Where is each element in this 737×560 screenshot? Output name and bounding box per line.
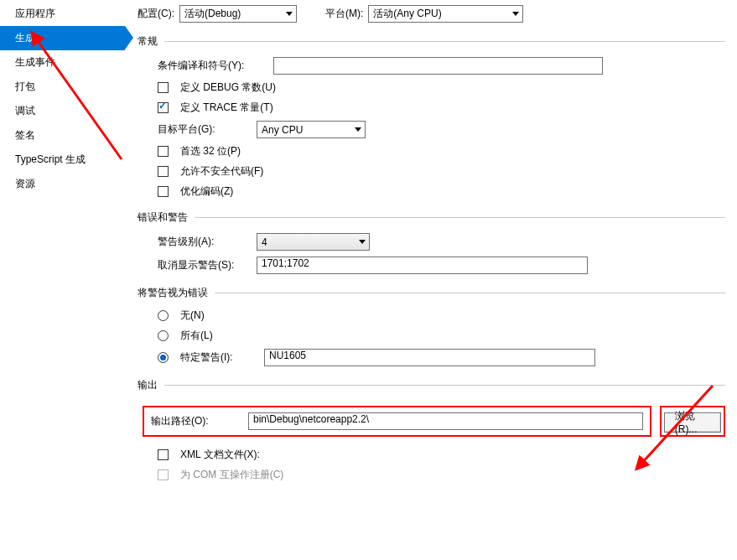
config-value: 活动(Debug) bbox=[184, 7, 241, 21]
chevron-down-icon bbox=[355, 127, 361, 132]
section-title: 错误和警告 bbox=[138, 210, 188, 225]
radio-all-label: 所有(L) bbox=[180, 329, 213, 343]
sidebar-item-label: 签名 bbox=[15, 129, 35, 141]
sidebar: 应用程序 生成 生成事件 打包 调试 签名 TypeScript 生成 资源 bbox=[0, 0, 126, 560]
target-value: Any CPU bbox=[262, 124, 303, 136]
sidebar-item-resources[interactable]: 资源 bbox=[0, 172, 125, 196]
radio-specific[interactable] bbox=[158, 352, 169, 363]
section-output: 输出 bbox=[138, 378, 725, 392]
sidebar-item-package[interactable]: 打包 bbox=[0, 75, 125, 99]
output-path-highlight: 输出路径(O): bin\Debug\netcoreapp2.2\ bbox=[143, 406, 651, 437]
section-title: 常规 bbox=[138, 34, 158, 49]
sidebar-item-label: 生成 bbox=[15, 32, 35, 44]
config-label: 配置(C): bbox=[138, 7, 174, 21]
radio-none[interactable] bbox=[158, 310, 169, 321]
unsafe-label: 允许不安全代码(F) bbox=[180, 164, 263, 179]
unsafe-checkbox[interactable] bbox=[158, 166, 169, 177]
browse-button[interactable]: 浏览(R)... bbox=[664, 412, 721, 433]
optimize-checkbox[interactable] bbox=[158, 186, 169, 197]
cond-input[interactable] bbox=[273, 57, 603, 75]
platform-value: 活动(Any CPU) bbox=[373, 7, 441, 21]
trace-label: 定义 TRACE 常量(T) bbox=[180, 101, 273, 115]
browse-highlight: 浏览(R)... bbox=[660, 406, 725, 437]
sidebar-item-build-events[interactable]: 生成事件 bbox=[0, 50, 125, 75]
chevron-down-icon bbox=[512, 12, 519, 16]
trace-checkbox[interactable] bbox=[158, 102, 169, 113]
sidebar-item-sign[interactable]: 签名 bbox=[0, 123, 125, 148]
platform-label: 平台(M): bbox=[325, 7, 363, 21]
sidebar-item-debug[interactable]: 调试 bbox=[0, 99, 125, 123]
chevron-down-icon bbox=[286, 12, 293, 16]
sidebar-item-label: 生成事件 bbox=[15, 56, 55, 68]
sidebar-item-label: 调试 bbox=[15, 105, 35, 117]
level-select[interactable]: 4 bbox=[257, 233, 370, 251]
browse-label: 浏览(R)... bbox=[675, 409, 710, 435]
chevron-down-icon bbox=[359, 240, 366, 244]
output-path-label: 输出路径(O): bbox=[151, 414, 248, 428]
prefer32-label: 首选 32 位(P) bbox=[180, 144, 241, 158]
supp-input[interactable]: 1701;1702 bbox=[257, 257, 588, 274]
target-label: 目标平台(G): bbox=[158, 122, 250, 137]
xmldoc-label: XML 文档文件(X): bbox=[180, 448, 260, 462]
sidebar-item-label: 应用程序 bbox=[15, 8, 55, 19]
level-value: 4 bbox=[262, 236, 267, 248]
section-general: 常规 bbox=[138, 34, 725, 49]
main-panel: 配置(C): 活动(Debug) 平台(M): 活动(Any CPU) 常规 条… bbox=[126, 0, 737, 560]
cond-label: 条件编译和符号(Y): bbox=[158, 59, 267, 73]
radio-specific-label: 特定警告(I): bbox=[180, 350, 257, 365]
sidebar-item-label: 资源 bbox=[15, 178, 35, 189]
optimize-label: 优化编码(Z) bbox=[180, 184, 233, 199]
level-label: 警告级别(A): bbox=[158, 235, 250, 249]
target-select[interactable]: Any CPU bbox=[257, 121, 366, 138]
specific-input[interactable]: NU1605 bbox=[264, 349, 595, 366]
debug-checkbox[interactable] bbox=[158, 82, 169, 93]
section-title: 将警告视为错误 bbox=[138, 286, 208, 300]
sidebar-item-label: TypeScript 生成 bbox=[15, 153, 86, 165]
prefer32-checkbox[interactable] bbox=[158, 146, 169, 157]
xmldoc-checkbox[interactable] bbox=[158, 449, 169, 460]
output-path-input[interactable]: bin\Debug\netcoreapp2.2\ bbox=[248, 412, 643, 430]
sidebar-item-app[interactable]: 应用程序 bbox=[0, 2, 125, 26]
sidebar-item-typescript[interactable]: TypeScript 生成 bbox=[0, 148, 125, 172]
platform-select[interactable]: 活动(Any CPU) bbox=[368, 5, 523, 23]
radio-none-label: 无(N) bbox=[180, 309, 205, 323]
section-errwarn: 错误和警告 bbox=[138, 210, 725, 225]
radio-all[interactable] bbox=[158, 330, 169, 341]
config-select[interactable]: 活动(Debug) bbox=[179, 5, 297, 23]
section-title: 输出 bbox=[138, 378, 158, 392]
sidebar-item-label: 打包 bbox=[15, 80, 35, 92]
supp-label: 取消显示警告(S): bbox=[158, 258, 250, 272]
sidebar-item-build[interactable]: 生成 bbox=[0, 26, 125, 50]
debug-label: 定义 DEBUG 常数(U) bbox=[180, 80, 276, 95]
com-checkbox[interactable] bbox=[158, 469, 169, 480]
config-row: 配置(C): 活动(Debug) 平台(M): 活动(Any CPU) bbox=[138, 5, 725, 23]
section-treat: 将警告视为错误 bbox=[138, 286, 725, 300]
com-label: 为 COM 互操作注册(C) bbox=[180, 468, 283, 482]
